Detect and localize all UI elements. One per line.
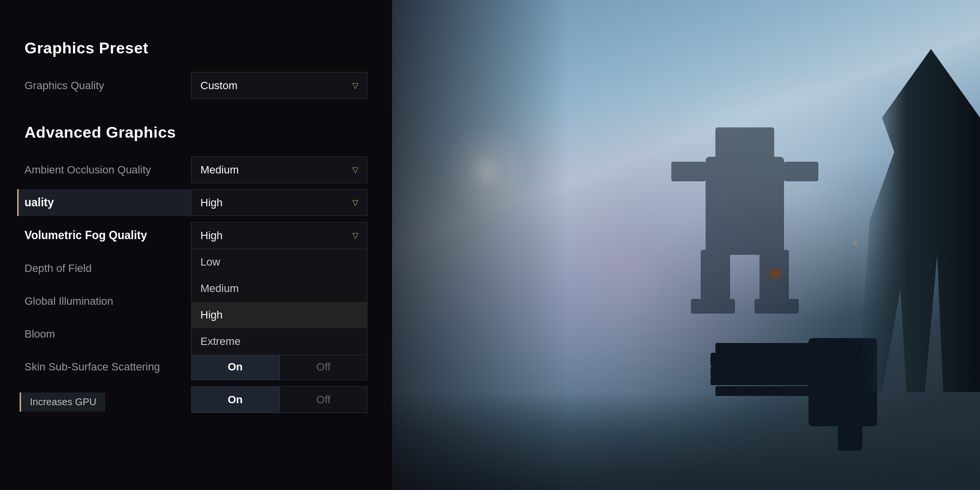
skin-subsurface-label: Skin Sub-Surface Scattering [24, 361, 191, 373]
volumetric-fog-dropdown[interactable]: High ▽ [191, 222, 368, 249]
graphics-quality-dropdown[interactable]: Custom ▽ [191, 72, 368, 99]
fog-option-high[interactable]: High [192, 302, 367, 328]
skin-subsurface-row: Skin Sub-Surface Scattering On Off [24, 353, 368, 380]
advanced-graphics-section: Advanced Graphics Ambient Occlusion Qual… [24, 123, 368, 413]
volumetric-fog-menu: Low Medium High Extreme [191, 249, 368, 355]
shadow-quality-dropdown[interactable]: High ▽ [191, 189, 368, 216]
fog-option-low[interactable]: Low [192, 249, 367, 275]
small-dot-indicator [853, 240, 858, 245]
shadow-quality-label: uality [24, 196, 191, 209]
svg-rect-6 [691, 299, 735, 314]
motion-blur-off[interactable]: Off [279, 386, 368, 413]
dropdown-arrow-icon: ▽ [352, 81, 358, 90]
settings-panel: Graphics Preset Graphics Quality Custom … [0, 0, 392, 490]
svg-rect-5 [784, 162, 818, 181]
graphics-quality-value: Custom [200, 79, 238, 92]
dropdown-arrow-icon: ▽ [352, 198, 358, 207]
volumetric-fog-dropdown-container: High ▽ Low Medium High Extreme [191, 222, 368, 249]
game-scene [392, 0, 980, 490]
graphics-preset-section: Graphics Preset Graphics Quality Custom … [24, 39, 368, 99]
ambient-occlusion-label: Ambient Occlusion Quality [24, 164, 191, 176]
skin-subsurface-on[interactable]: On [191, 353, 279, 380]
svg-rect-7 [755, 299, 799, 314]
svg-rect-12 [715, 386, 813, 396]
svg-rect-4 [671, 162, 706, 181]
volumetric-fog-value: High [200, 229, 222, 242]
ambient-occlusion-value: Medium [200, 164, 239, 176]
svg-rect-17 [848, 348, 858, 387]
dropdown-arrow-icon: ▽ [352, 231, 358, 240]
motion-blur-toggle: On Off [191, 386, 368, 413]
svg-rect-11 [715, 343, 813, 353]
ground-detail [392, 392, 980, 490]
ambient-occlusion-dropdown[interactable]: Medium ▽ [191, 156, 368, 183]
dropdown-arrow-icon: ▽ [352, 165, 358, 174]
graphics-preset-title: Graphics Preset [24, 39, 368, 57]
mech-vehicle-silhouette [647, 98, 843, 318]
svg-rect-0 [706, 157, 784, 255]
tooltip-text: Increases GPU [30, 396, 97, 407]
shadow-quality-value: High [200, 196, 222, 209]
ambient-occlusion-row: Ambient Occlusion Quality Medium ▽ [24, 156, 368, 183]
tree-silhouette [858, 49, 980, 392]
shadow-quality-row: uality High ▽ [17, 189, 368, 216]
depth-of-field-label: Depth of Field [24, 262, 191, 275]
svg-rect-16 [828, 348, 838, 416]
fog-light-effect [441, 122, 529, 220]
graphics-quality-label: Graphics Quality [24, 79, 191, 92]
increases-gpu-tooltip: Increases GPU [20, 392, 105, 412]
volumetric-fog-label: Volumetric Fog Quality [24, 229, 191, 242]
fog-option-medium[interactable]: Medium [192, 275, 367, 302]
weapon-silhouette [710, 314, 882, 451]
motion-blur-on[interactable]: On [191, 386, 279, 413]
skin-subsurface-off[interactable]: Off [279, 353, 368, 380]
graphics-quality-row: Graphics Quality Custom ▽ [24, 72, 368, 99]
svg-rect-14 [838, 412, 862, 451]
svg-rect-15 [813, 348, 823, 416]
svg-rect-1 [715, 127, 774, 167]
fog-option-extreme[interactable]: Extreme [192, 328, 367, 355]
volumetric-fog-row: Volumetric Fog Quality High ▽ Low Medium… [24, 222, 368, 249]
skin-subsurface-toggle: On Off [191, 353, 368, 380]
advanced-graphics-title: Advanced Graphics [24, 123, 368, 142]
